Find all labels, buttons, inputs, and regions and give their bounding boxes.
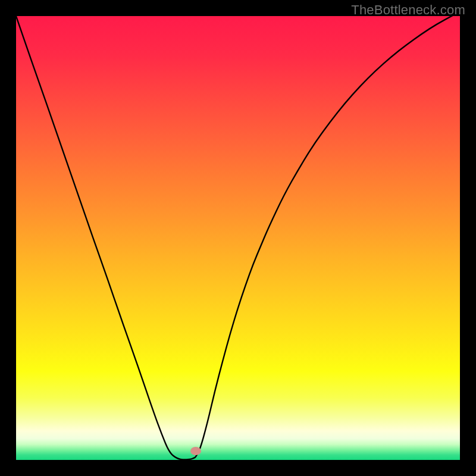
bottleneck-curve — [16, 16, 460, 460]
plot-area — [16, 16, 460, 460]
chart-frame: TheBottleneck.com — [0, 0, 476, 476]
optimum-marker — [190, 447, 201, 455]
